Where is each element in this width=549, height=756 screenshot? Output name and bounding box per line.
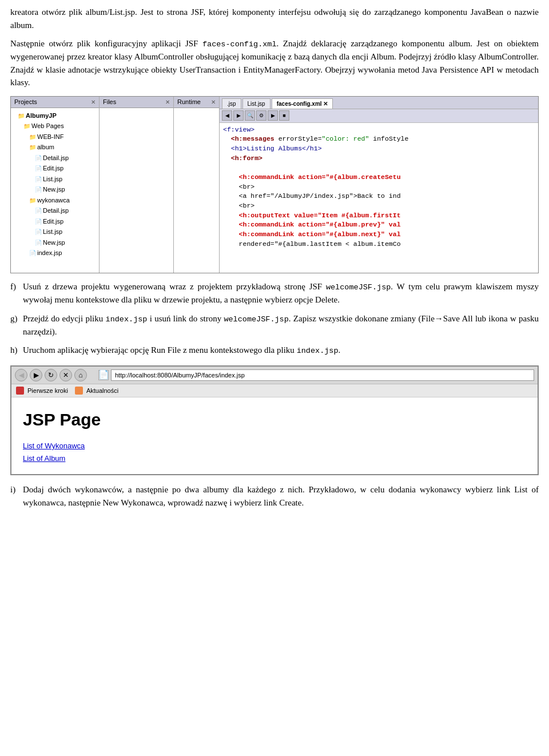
ide-tabs-bar: .jsp List.jsp faces-config.xml ✕ [220,97,538,109]
section-i: i) Dodaj dwóch wykonawców, a następnie p… [10,483,539,509]
tree-item: 📄 New.jsp [12,237,98,248]
ide-tab-facesconfig[interactable]: faces-config.xml ✕ [272,98,333,109]
toolbar-btn-back[interactable]: ◀ [222,110,232,121]
file-icon: 📄 [35,164,42,173]
intro-para2: Następnie otwórz plik konfiguracyjny apl… [10,37,539,89]
ide-projects-tree: 📁 AlbumyJP 📁 Web Pages 📁 WEB-INF 📁 album [11,108,99,273]
close-icon[interactable]: ✕ [165,98,170,106]
code-line: rendered="#{album.lastItem < album.itemC… [223,240,535,249]
bookmark-aktualnosci[interactable]: Aktualności [75,386,118,396]
browser-stop-button[interactable]: ✕ [59,369,72,381]
browser-page-content: JSP Page List of Wykonawca List of Album [11,397,538,474]
tree-item: 📄 Detail.jsp [12,205,98,216]
file-icon: 📄 [35,228,42,236]
intro-para1: kreatora otwórz plik album/List.jsp. Jes… [10,6,539,31]
code-line: <a href="/AlbumyJP/index.jsp">Back to in… [223,192,535,201]
ide-runtime-header: Runtime ✕ [174,97,219,108]
browser-screenshot: ◀ ▶ ↻ ✕ ⌂ 📄 Pierwsze kroki Aktualności J… [10,365,539,476]
ide-tab-jsp[interactable]: .jsp [222,98,241,109]
file-icon: 📄 [35,238,42,247]
ide-files-tree [100,108,173,273]
folder-icon: 📁 [29,133,36,141]
tree-item: 📄 List.jsp [12,226,98,237]
close-icon[interactable]: ✕ [211,98,216,106]
folder-icon: 📁 [23,122,30,130]
ide-tab-listjsp[interactable]: List.jsp [242,98,270,109]
section-g: g) Przejdź do edycji pliku index.jsp i u… [10,312,539,339]
code-line: <h:commandLink action="#{album.next}" va… [223,230,535,240]
file-icon: 📄 [35,154,42,162]
ide-runtime-tree [174,108,219,273]
tree-item: 📄 Edit.jsp [12,163,98,174]
bookmark-icon [16,387,24,395]
bookmark-pierwsze-kroki[interactable]: Pierwsze kroki [16,386,68,396]
tree-item: 📄 List.jsp [12,174,98,185]
code-line: <h:outputText value="Item #{album.firstI… [223,211,535,221]
file-icon: 📄 [35,175,42,184]
browser-link-album[interactable]: List of Album [23,453,526,464]
browser-back-button[interactable]: ◀ [15,369,27,381]
code-line: <f:view> [223,125,535,135]
section-h-content: Uruchom aplikację wybierając opcję Run F… [23,344,539,357]
code-content-area: <f:view> <h:messages errorStyle="color: … [220,123,538,273]
file-icon: 📄 [35,185,42,194]
ide-files-header: Files ✕ [100,97,173,108]
toolbar-btn-gear[interactable]: ⚙ [256,110,266,121]
tree-item: 📁 Web Pages [12,121,98,132]
tree-item: 📁 wykonawca [12,195,98,206]
file-icon: 📄 [35,217,42,226]
address-bar-icon: 📄 [98,370,109,380]
browser-forward-button[interactable]: ▶ [30,369,42,381]
ide-files-panel: Files ✕ [100,97,174,273]
section-h: h) Uruchom aplikację wybierając opcję Ru… [10,344,539,357]
section-g-content: Przejdź do edycji pliku index.jsp i usuń… [23,312,539,339]
ide-code-editor: .jsp List.jsp faces-config.xml ✕ ◀ ▶ 🔍 ⚙… [220,97,538,273]
code-line: <h1>Listing Albums</h1> [223,144,535,154]
browser-refresh-button[interactable]: ↻ [45,369,57,381]
tree-item: 📄 Detail.jsp [12,153,98,164]
code-line: <h:messages errorStyle="color: red" info… [223,134,535,144]
code-line: <br> [223,182,535,192]
section-f: f) Usuń z drzewa projektu wygenerowaną w… [10,280,539,307]
code-line [223,163,535,173]
toolbar-btn-search[interactable]: 🔍 [245,110,255,121]
browser-toolbar: ◀ ▶ ↻ ✕ ⌂ 📄 [11,367,538,384]
section-f-content: Usuń z drzewa projektu wygenerowaną wraz… [23,280,539,307]
browser-link-wykonawca[interactable]: List of Wykonawca [23,440,526,452]
browser-address-bar[interactable] [111,369,534,381]
folder-icon: 📁 [29,196,36,205]
tree-root: 📁 AlbumyJP [12,110,98,121]
ide-runtime-panel: Runtime ✕ [174,97,220,273]
ide-projects-header: Projects ✕ [11,97,99,108]
ide-screenshot: Projects ✕ 📁 AlbumyJP 📁 Web Pages 📁 WEB-… [10,96,539,273]
tree-item: 📄 Edit.jsp [12,216,98,227]
folder-icon: 📁 [29,143,36,152]
toolbar-btn-forward[interactable]: ▶ [233,110,244,121]
code-line: <h:commandLink action="#{album.createSet… [223,173,535,182]
tree-item: 📄 index.jsp [12,248,98,258]
tree-item: 📁 album [12,142,98,153]
ide-projects-panel: Projects ✕ 📁 AlbumyJP 📁 Web Pages 📁 WEB-… [11,97,100,273]
toolbar-btn-stop[interactable]: ■ [279,110,289,121]
tree-item: 📁 WEB-INF [12,132,98,142]
file-icon: 📄 [35,206,42,215]
code-line: <br> [223,201,535,211]
file-icon: 📄 [29,249,36,257]
code-line: <h:form> [223,154,535,164]
browser-page-title: JSP Page [23,407,526,432]
browser-home-button[interactable]: ⌂ [74,369,87,381]
section-i-content: Dodaj dwóch wykonawców, a następnie po d… [23,483,539,509]
close-icon[interactable]: ✕ [91,98,96,106]
ide-editor-toolbar: ◀ ▶ 🔍 ⚙ ▶ ■ [220,109,538,123]
tree-item: 📄 New.jsp [12,184,98,195]
folder-icon: 📁 [18,112,25,120]
toolbar-btn-run[interactable]: ▶ [268,110,278,121]
code-line: <h:commandLink action="#{album.prev}" va… [223,220,535,230]
browser-bookmarks-bar: Pierwsze kroki Aktualności [11,384,538,398]
bookmark-rss-icon [75,387,83,395]
